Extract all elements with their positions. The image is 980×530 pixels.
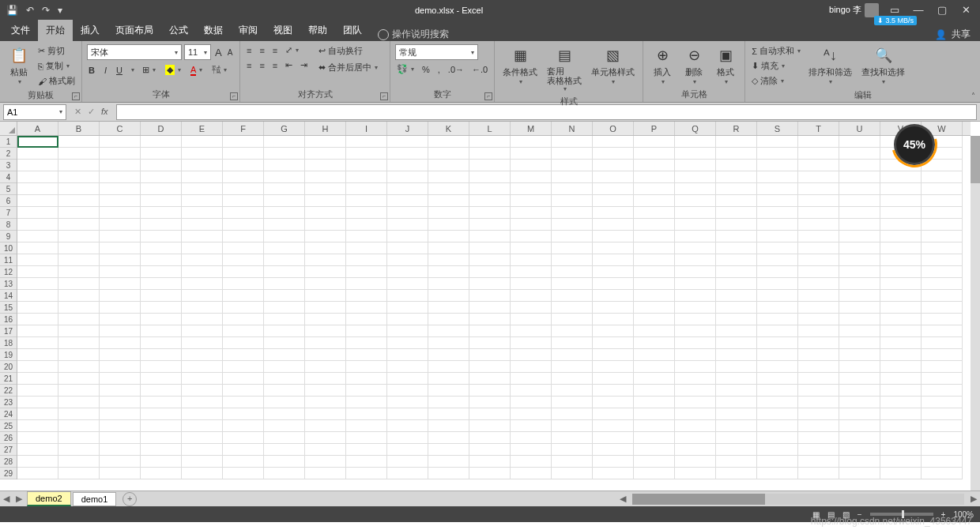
cell-A11[interactable] (17, 254, 58, 266)
indent-increase-button[interactable]: ⇥ (299, 59, 309, 71)
cell-P24[interactable] (634, 408, 675, 420)
row-header-28[interactable]: 28 (0, 456, 17, 468)
cell-L14[interactable] (469, 290, 511, 302)
cell-M10[interactable] (511, 242, 552, 254)
view-normal-icon[interactable]: ▦ (812, 510, 820, 519)
cell-H10[interactable] (305, 242, 346, 254)
cell-J17[interactable] (387, 325, 428, 337)
cell-A28[interactable] (17, 456, 58, 468)
cell-K14[interactable] (428, 290, 469, 302)
cell-L19[interactable] (469, 349, 511, 361)
cell-S25[interactable] (757, 420, 798, 432)
cell-P9[interactable] (634, 231, 675, 242)
col-header-J[interactable]: J (387, 122, 428, 135)
cell-S8[interactable] (757, 219, 798, 231)
cell-M9[interactable] (511, 231, 552, 242)
col-header-S[interactable]: S (757, 122, 798, 135)
cell-L26[interactable] (469, 432, 511, 444)
cell-R1[interactable] (716, 136, 757, 148)
cell-P20[interactable] (634, 361, 675, 373)
cell-T2[interactable] (798, 148, 839, 160)
cell-B28[interactable] (58, 456, 100, 468)
cell-D1[interactable] (141, 136, 182, 148)
phonetic-button[interactable]: ㍻▾ (210, 63, 228, 77)
cell-L18[interactable] (469, 337, 511, 349)
cell-O18[interactable] (593, 337, 634, 349)
cell-C1[interactable] (100, 136, 141, 148)
cell-C17[interactable] (100, 325, 141, 337)
font-name-combo[interactable]: 宋体▾ (87, 44, 182, 60)
cell-Q18[interactable] (675, 337, 716, 349)
align-right-button[interactable]: ≡ (271, 60, 279, 71)
comma-button[interactable]: , (436, 64, 442, 75)
cell-T4[interactable] (798, 171, 839, 183)
cell-P22[interactable] (634, 385, 675, 397)
cell-L8[interactable] (469, 219, 511, 231)
cell-J1[interactable] (387, 136, 428, 148)
cell-A1[interactable] (17, 136, 58, 148)
cell-E8[interactable] (182, 219, 223, 231)
cell-Q25[interactable] (675, 420, 716, 432)
cell-C15[interactable] (100, 302, 141, 314)
cell-G11[interactable] (264, 254, 305, 266)
col-header-G[interactable]: G (264, 122, 305, 135)
cell-V24[interactable] (880, 408, 922, 420)
cell-T8[interactable] (798, 219, 839, 231)
cell-E21[interactable] (182, 373, 223, 385)
cell-O10[interactable] (593, 242, 634, 254)
cell-U8[interactable] (839, 219, 880, 231)
cell-S15[interactable] (757, 302, 798, 314)
cell-S4[interactable] (757, 171, 798, 183)
cell-T28[interactable] (798, 456, 839, 468)
cell-R14[interactable] (716, 290, 757, 302)
cell-B5[interactable] (58, 183, 100, 195)
cell-K23[interactable] (428, 397, 469, 408)
cell-N25[interactable] (552, 420, 593, 432)
cell-O7[interactable] (593, 207, 634, 219)
cell-O26[interactable] (593, 432, 634, 444)
cell-M12[interactable] (511, 266, 552, 278)
cell-F27[interactable] (223, 444, 264, 456)
cell-B7[interactable] (58, 207, 100, 219)
cell-S1[interactable] (757, 136, 798, 148)
cell-T5[interactable] (798, 183, 839, 195)
cell-J10[interactable] (387, 242, 428, 254)
cell-T1[interactable] (798, 136, 839, 148)
cell-M13[interactable] (511, 278, 552, 290)
cell-P2[interactable] (634, 148, 675, 160)
cell-E5[interactable] (182, 183, 223, 195)
cell-B13[interactable] (58, 278, 100, 290)
increase-decimal-button[interactable]: .0→ (447, 64, 466, 75)
cell-H15[interactable] (305, 302, 346, 314)
cell-M28[interactable] (511, 456, 552, 468)
tab-home[interactable]: 开始 (38, 20, 73, 41)
cell-N6[interactable] (552, 195, 593, 207)
cell-T3[interactable] (798, 160, 839, 171)
col-header-B[interactable]: B (58, 122, 100, 135)
cell-B3[interactable] (58, 160, 100, 171)
cell-A5[interactable] (17, 183, 58, 195)
cell-C3[interactable] (100, 160, 141, 171)
cell-B6[interactable] (58, 195, 100, 207)
cell-A4[interactable] (17, 171, 58, 183)
cell-T27[interactable] (798, 444, 839, 456)
cpu-gauge-widget[interactable]: 45% (896, 126, 933, 163)
cell-A24[interactable] (17, 408, 58, 420)
cell-R21[interactable] (716, 373, 757, 385)
cell-L15[interactable] (469, 302, 511, 314)
minimize-button[interactable]: — (910, 4, 926, 16)
cell-J2[interactable] (387, 148, 428, 160)
align-left-button[interactable]: ≡ (245, 60, 253, 71)
cell-E4[interactable] (182, 171, 223, 183)
cell-C25[interactable] (100, 420, 141, 432)
cell-R24[interactable] (716, 408, 757, 420)
cell-D7[interactable] (141, 207, 182, 219)
col-header-O[interactable]: O (593, 122, 634, 135)
row-header-6[interactable]: 6 (0, 195, 17, 207)
cell-K29[interactable] (428, 468, 469, 479)
cell-R5[interactable] (716, 183, 757, 195)
cell-G13[interactable] (264, 278, 305, 290)
view-layout-icon[interactable]: ▤ (827, 510, 835, 519)
cell-H6[interactable] (305, 195, 346, 207)
cell-T10[interactable] (798, 242, 839, 254)
